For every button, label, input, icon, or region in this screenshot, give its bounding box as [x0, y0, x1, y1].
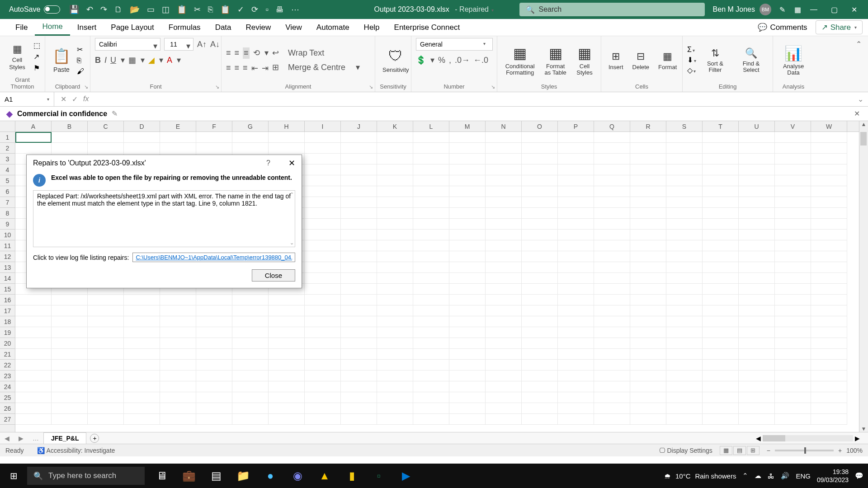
- cell[interactable]: [269, 143, 305, 154]
- cell[interactable]: [739, 240, 775, 251]
- cell[interactable]: [630, 164, 666, 175]
- cell[interactable]: [666, 392, 703, 403]
- cell[interactable]: [15, 392, 52, 403]
- cell[interactable]: [630, 132, 666, 143]
- cell[interactable]: [15, 403, 52, 414]
- cell[interactable]: [703, 284, 739, 295]
- cell[interactable]: [305, 349, 341, 360]
- ribbon-mode-icon[interactable]: ▦: [794, 5, 801, 14]
- cell[interactable]: [341, 305, 377, 316]
- cell[interactable]: [377, 175, 413, 186]
- cell[interactable]: [196, 305, 232, 316]
- cell[interactable]: [739, 316, 775, 327]
- cell[interactable]: [811, 403, 847, 414]
- cell[interactable]: [522, 262, 558, 273]
- cell[interactable]: [196, 132, 232, 143]
- cell[interactable]: [124, 295, 160, 305]
- cell[interactable]: [341, 381, 377, 392]
- taskbar-app[interactable]: ▶: [393, 464, 419, 488]
- cell[interactable]: [52, 371, 88, 381]
- cell[interactable]: [739, 284, 775, 295]
- cell[interactable]: [522, 414, 558, 425]
- cell[interactable]: [269, 305, 305, 316]
- delete-button[interactable]: ⊟Delete: [630, 49, 652, 71]
- chevron-down-icon[interactable]: ▾: [481, 38, 488, 50]
- accessibility-button[interactable]: ♿ Accessibility: Investigate: [37, 447, 115, 454]
- cell[interactable]: [88, 143, 124, 154]
- cell[interactable]: [305, 327, 341, 338]
- add-sheet-button[interactable]: +: [90, 434, 99, 443]
- cell[interactable]: [522, 219, 558, 230]
- cell[interactable]: [522, 230, 558, 240]
- close-icon[interactable]: ✕: [288, 158, 295, 168]
- taskbar-app[interactable]: 🖥: [149, 464, 175, 488]
- cell[interactable]: [160, 360, 196, 371]
- cell[interactable]: [305, 132, 341, 143]
- cell[interactable]: [811, 273, 847, 284]
- cell[interactable]: [15, 338, 52, 349]
- cell[interactable]: [594, 143, 630, 154]
- cell[interactable]: [522, 240, 558, 251]
- col-header[interactable]: K: [377, 121, 413, 131]
- cell[interactable]: [558, 154, 594, 164]
- format-button[interactable]: ▦Format: [656, 49, 679, 71]
- row-header[interactable]: 13: [0, 262, 15, 273]
- qat-more-icon[interactable]: ⋯: [291, 5, 299, 14]
- cell[interactable]: [558, 327, 594, 338]
- cell[interactable]: [630, 175, 666, 186]
- cell[interactable]: [486, 186, 522, 197]
- cell[interactable]: [594, 240, 630, 251]
- decrease-font-icon[interactable]: A↓: [210, 40, 220, 49]
- cell[interactable]: [558, 143, 594, 154]
- col-header[interactable]: I: [305, 121, 341, 131]
- cell[interactable]: [558, 208, 594, 219]
- cell[interactable]: [449, 197, 486, 208]
- cell[interactable]: [558, 240, 594, 251]
- cell[interactable]: [739, 403, 775, 414]
- cell[interactable]: [775, 197, 811, 208]
- cell[interactable]: [594, 132, 630, 143]
- cell[interactable]: [522, 175, 558, 186]
- row-header[interactable]: 14: [0, 273, 15, 284]
- tab-data[interactable]: Data: [208, 19, 239, 36]
- cell[interactable]: [775, 295, 811, 305]
- col-header[interactable]: A: [15, 121, 52, 131]
- cell[interactable]: [811, 164, 847, 175]
- cell[interactable]: [594, 414, 630, 425]
- cell[interactable]: [413, 240, 449, 251]
- cell[interactable]: [377, 240, 413, 251]
- cell[interactable]: [594, 316, 630, 327]
- cell[interactable]: [522, 251, 558, 262]
- close-button[interactable]: Close: [252, 269, 295, 282]
- row-header[interactable]: 19: [0, 327, 15, 338]
- cell[interactable]: [341, 262, 377, 273]
- cell[interactable]: [703, 240, 739, 251]
- col-header[interactable]: D: [124, 121, 160, 131]
- accounting-format-icon[interactable]: 💲: [416, 55, 426, 65]
- cell[interactable]: [486, 360, 522, 371]
- cell[interactable]: [775, 371, 811, 381]
- comma-icon[interactable]: ,: [449, 56, 451, 65]
- cell[interactable]: [630, 273, 666, 284]
- cell[interactable]: [377, 164, 413, 175]
- cell[interactable]: [811, 154, 847, 164]
- name-box[interactable]: A1▾: [0, 92, 54, 106]
- cell[interactable]: [449, 175, 486, 186]
- cell[interactable]: [413, 175, 449, 186]
- cell[interactable]: [449, 338, 486, 349]
- cell[interactable]: [305, 360, 341, 371]
- cell[interactable]: [377, 219, 413, 230]
- cell[interactable]: [160, 349, 196, 360]
- cell[interactable]: [703, 349, 739, 360]
- cell[interactable]: [486, 316, 522, 327]
- row-header[interactable]: 15: [0, 284, 15, 295]
- chevron-down-icon[interactable]: ▾: [430, 55, 434, 65]
- cell[interactable]: [703, 219, 739, 230]
- cell[interactable]: [522, 403, 558, 414]
- row-header[interactable]: 18: [0, 316, 15, 327]
- cell[interactable]: [666, 143, 703, 154]
- cell[interactable]: [703, 305, 739, 316]
- cell[interactable]: [124, 403, 160, 414]
- cell[interactable]: [594, 251, 630, 262]
- cell[interactable]: [522, 295, 558, 305]
